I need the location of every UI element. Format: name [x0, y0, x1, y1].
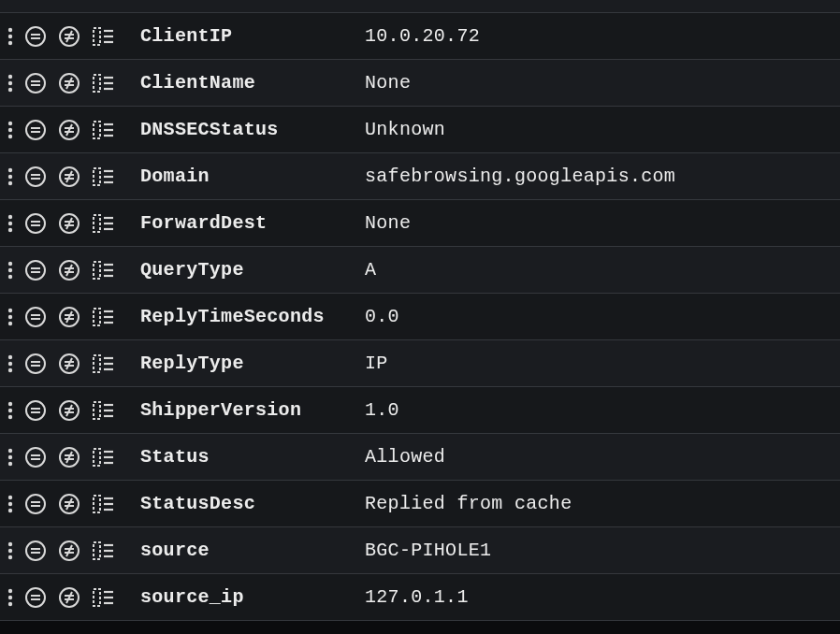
field-row: StatusDesc Replied from cache — [0, 481, 840, 527]
toggle-column-icon[interactable] — [92, 587, 114, 608]
filter-not-equals-icon[interactable] — [58, 493, 80, 515]
toggle-column-icon[interactable] — [92, 447, 114, 468]
svg-point-129 — [26, 448, 45, 467]
svg-point-59 — [26, 214, 45, 233]
filter-equals-icon[interactable] — [24, 306, 47, 328]
toggle-column-icon[interactable] — [92, 400, 114, 421]
svg-point-2 — [8, 40, 12, 44]
filter-equals-icon[interactable] — [24, 399, 47, 422]
toggle-column-icon[interactable] — [92, 307, 114, 327]
field-row: DNSSECStatus Unknown — [0, 107, 840, 153]
toggle-column-icon[interactable] — [92, 120, 114, 140]
drag-handle-icon[interactable] — [7, 448, 13, 467]
drag-handle-icon[interactable] — [7, 74, 13, 93]
row-actions — [7, 25, 114, 48]
svg-rect-122 — [94, 402, 100, 419]
filter-not-equals-icon[interactable] — [58, 72, 80, 94]
filter-not-equals-icon[interactable] — [58, 259, 80, 281]
field-name: Domain — [140, 166, 365, 187]
field-row: source_ip 127.0.1.1 — [0, 574, 840, 621]
row-actions — [7, 166, 114, 188]
svg-point-86 — [8, 321, 12, 324]
svg-line-79 — [66, 265, 72, 276]
field-name: source — [140, 540, 365, 561]
toggle-column-icon[interactable] — [92, 353, 114, 374]
drag-handle-icon[interactable] — [7, 541, 13, 560]
filter-not-equals-icon[interactable] — [58, 119, 80, 141]
filter-equals-icon[interactable] — [24, 446, 47, 468]
toggle-column-icon[interactable] — [92, 540, 114, 561]
field-value: 1.0 — [365, 399, 399, 421]
filter-not-equals-icon[interactable] — [58, 540, 80, 562]
svg-point-57 — [8, 221, 12, 224]
svg-rect-178 — [94, 589, 100, 606]
svg-point-154 — [8, 541, 12, 545]
toggle-column-icon[interactable] — [92, 166, 114, 187]
filter-equals-icon[interactable] — [24, 540, 47, 562]
filter-equals-icon[interactable] — [24, 25, 47, 48]
filter-equals-icon[interactable] — [24, 493, 47, 515]
drag-handle-icon[interactable] — [7, 308, 13, 326]
svg-point-127 — [8, 454, 12, 458]
svg-point-43 — [8, 174, 12, 178]
row-actions — [7, 586, 114, 609]
svg-point-15 — [8, 80, 12, 84]
svg-point-157 — [26, 541, 45, 560]
filter-equals-icon[interactable] — [24, 586, 47, 609]
field-name: ShipperVersion — [140, 399, 365, 421]
svg-point-29 — [8, 127, 12, 131]
filter-equals-icon[interactable] — [24, 166, 47, 188]
svg-point-84 — [8, 308, 12, 311]
filter-not-equals-icon[interactable] — [58, 306, 80, 328]
drag-handle-icon[interactable] — [7, 27, 13, 46]
toggle-column-icon[interactable] — [92, 494, 114, 514]
svg-point-28 — [8, 121, 12, 124]
field-row: QueryType A — [0, 247, 840, 294]
svg-point-72 — [8, 274, 12, 278]
svg-rect-108 — [94, 355, 100, 372]
field-name: QueryType — [140, 259, 365, 281]
filter-equals-icon[interactable] — [24, 259, 47, 281]
filter-equals-icon[interactable] — [24, 72, 47, 94]
filter-not-equals-icon[interactable] — [58, 586, 80, 609]
field-name: ReplyType — [140, 353, 365, 374]
filter-not-equals-icon[interactable] — [58, 446, 80, 468]
svg-point-30 — [8, 134, 12, 137]
filter-not-equals-icon[interactable] — [58, 353, 80, 375]
filter-equals-icon[interactable] — [24, 119, 47, 141]
svg-point-169 — [8, 595, 12, 598]
svg-rect-80 — [94, 262, 100, 279]
svg-line-107 — [66, 358, 72, 369]
svg-point-58 — [8, 227, 12, 231]
filter-not-equals-icon[interactable] — [58, 25, 80, 48]
drag-handle-icon[interactable] — [7, 354, 13, 373]
drag-handle-icon[interactable] — [7, 588, 13, 607]
field-list: ClientIP 10.0.20.72 — [0, 0, 840, 621]
filter-not-equals-icon[interactable] — [58, 399, 80, 422]
field-value: A — [365, 259, 376, 281]
filter-not-equals-icon[interactable] — [58, 212, 80, 235]
svg-point-3 — [26, 27, 45, 46]
svg-point-126 — [8, 448, 12, 452]
svg-point-87 — [26, 308, 45, 326]
svg-point-70 — [8, 261, 12, 265]
drag-handle-icon[interactable] — [7, 261, 13, 280]
field-value: 10.0.20.72 — [365, 25, 480, 47]
toggle-column-icon[interactable] — [92, 213, 114, 234]
toggle-column-icon[interactable] — [92, 26, 114, 47]
toggle-column-icon[interactable] — [92, 73, 114, 94]
field-name: source_ip — [140, 586, 365, 608]
svg-point-142 — [8, 508, 12, 512]
field-value: safebrowsing.googleapis.com — [365, 166, 675, 187]
field-row: source BGC-PIHOLE1 — [0, 527, 840, 574]
filter-not-equals-icon[interactable] — [58, 166, 80, 188]
drag-handle-icon[interactable] — [7, 214, 13, 233]
drag-handle-icon[interactable] — [7, 495, 13, 513]
drag-handle-icon[interactable] — [7, 121, 13, 139]
filter-equals-icon[interactable] — [24, 212, 47, 235]
toggle-column-icon[interactable] — [92, 260, 114, 281]
svg-line-121 — [66, 405, 72, 416]
drag-handle-icon[interactable] — [7, 167, 13, 186]
drag-handle-icon[interactable] — [7, 401, 13, 420]
filter-equals-icon[interactable] — [24, 353, 47, 375]
